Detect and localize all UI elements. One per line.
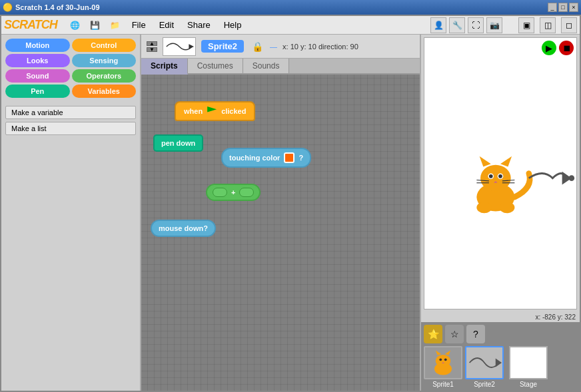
sprite-list-area: ⭐ ☆ ? bbox=[421, 322, 580, 391]
block-touching-color[interactable]: touching color ? bbox=[221, 148, 311, 168]
svg-marker-0 bbox=[189, 44, 194, 49]
maximize-button[interactable]: □ bbox=[558, 3, 568, 12]
block-operators-plus[interactable]: + bbox=[206, 184, 261, 201]
make-variable-button[interactable]: Make a variable bbox=[5, 106, 136, 119]
minimize-button[interactable]: _ bbox=[548, 3, 557, 12]
variables-area: Make a variable Make a list bbox=[1, 102, 140, 139]
camera-icon[interactable]: 📷 bbox=[486, 17, 502, 33]
menu-file[interactable]: File bbox=[128, 19, 150, 31]
menu-help[interactable]: Help bbox=[220, 19, 246, 31]
category-variables[interactable]: Variables bbox=[72, 85, 137, 98]
sprite-thumb-2[interactable] bbox=[465, 346, 504, 379]
sprite-header: ▲ ▼ Sprite2 🔒 — x: 10 y: 10 direction: 9… bbox=[141, 35, 420, 59]
sprite-list-controls: ⭐ ☆ ? bbox=[424, 325, 577, 343]
sprite-thumbnail bbox=[163, 37, 196, 56]
sprite-nav: ▲ ▼ bbox=[147, 41, 157, 52]
menu-share[interactable]: Share bbox=[183, 19, 215, 31]
block-categories: Motion Control Looks Sensing Sound Opera… bbox=[1, 35, 140, 102]
titlebar-controls[interactable]: _ □ × bbox=[548, 3, 578, 12]
menu-right-icons: 👤 🔧 ⛶ 📷 bbox=[430, 17, 502, 33]
titlebar: 🟡 Scratch 1.4 of 30-Jun-09 _ □ × bbox=[0, 0, 581, 15]
middle-panel: ▲ ▼ Sprite2 🔒 — x: 10 y: 10 direction: 9… bbox=[141, 35, 420, 391]
block-mouse-down[interactable]: mouse down? bbox=[151, 220, 216, 237]
sprite-item-1[interactable]: Sprite1 bbox=[424, 346, 462, 388]
app-icon: 🟡 bbox=[3, 3, 13, 12]
make-list-button[interactable]: Make a list bbox=[5, 122, 136, 135]
sprite-thumb-1[interactable] bbox=[424, 346, 462, 379]
svg-point-17 bbox=[569, 175, 575, 181]
category-control[interactable]: Control bbox=[72, 39, 137, 52]
plus-label: + bbox=[231, 188, 235, 196]
stage-item[interactable]: Stage bbox=[509, 346, 548, 388]
svg-marker-3 bbox=[480, 156, 491, 167]
save-icon[interactable]: 💾 bbox=[88, 18, 103, 33]
right-panel: ▶ ⏹ bbox=[420, 35, 580, 391]
category-motion[interactable]: Motion bbox=[5, 39, 70, 52]
tab-bar: Scripts Costumes Sounds bbox=[141, 59, 420, 75]
fullscreen-icon[interactable]: ⛶ bbox=[468, 17, 484, 33]
flag-icon bbox=[207, 106, 217, 116]
sprite-help[interactable]: ? bbox=[466, 325, 485, 343]
menubar: SCRATCH 🌐 💾 📁 File Edit Share Help 👤 🔧 ⛶… bbox=[1, 16, 580, 35]
svg-marker-25 bbox=[496, 358, 502, 367]
sprite-label-2: Sprite2 bbox=[474, 381, 495, 388]
tab-scripts[interactable]: Scripts bbox=[141, 59, 188, 75]
sprite-star-active[interactable]: ⭐ bbox=[424, 325, 442, 343]
block-when-clicked[interactable]: when clicked bbox=[175, 101, 255, 121]
touching-color-label: touching color bbox=[229, 154, 280, 162]
layout-icon3[interactable]: ◻ bbox=[561, 17, 577, 33]
svg-point-7 bbox=[489, 174, 493, 178]
sprite-coords: x: 10 y: 10 direction: 90 bbox=[283, 43, 358, 51]
category-looks[interactable]: Looks bbox=[5, 54, 70, 67]
sprite-star-inactive[interactable]: ☆ bbox=[445, 325, 464, 343]
left-panel: Motion Control Looks Sensing Sound Opera… bbox=[1, 35, 141, 391]
sprite-name[interactable]: Sprite2 bbox=[201, 40, 244, 53]
stage-thumb[interactable] bbox=[509, 346, 548, 379]
svg-marker-4 bbox=[500, 156, 512, 167]
stage-area: ▶ ⏹ bbox=[424, 37, 577, 309]
sprite-list: Sprite1 Sprite2 bbox=[424, 346, 577, 388]
tab-sounds[interactable]: Sounds bbox=[243, 59, 290, 73]
sprite-nav-down[interactable]: ▼ bbox=[147, 47, 157, 52]
titlebar-left: 🟡 Scratch 1.4 of 30-Jun-09 bbox=[3, 3, 100, 12]
when-label: when bbox=[184, 107, 203, 115]
pen-down-label: pen down bbox=[161, 139, 195, 147]
titlebar-title: Scratch 1.4 of 30-Jun-09 bbox=[15, 3, 100, 11]
svg-point-14 bbox=[476, 202, 492, 213]
svg-point-19 bbox=[436, 355, 450, 367]
svg-point-2 bbox=[480, 165, 511, 192]
stage-coords: x: -826 y: 322 bbox=[421, 312, 580, 322]
script-area[interactable]: when clicked pen down touching color ? bbox=[141, 75, 420, 391]
category-operators[interactable]: Operators bbox=[72, 69, 137, 83]
svg-point-15 bbox=[500, 202, 515, 213]
layout-icon2[interactable]: ◫ bbox=[540, 17, 556, 33]
category-pen[interactable]: Pen bbox=[5, 85, 70, 98]
main-window: SCRATCH 🌐 💾 📁 File Edit Share Help 👤 🔧 ⛶… bbox=[0, 15, 581, 392]
globe-icon[interactable]: 🌐 bbox=[68, 18, 83, 33]
svg-marker-21 bbox=[445, 350, 450, 355]
clicked-label: clicked bbox=[221, 107, 246, 115]
folder-icon[interactable]: 📁 bbox=[108, 18, 123, 33]
menu-edit[interactable]: Edit bbox=[155, 19, 178, 31]
wrench-icon[interactable]: 🔧 bbox=[449, 17, 465, 33]
lock-icon: 🔒 bbox=[252, 41, 263, 52]
category-sound[interactable]: Sound bbox=[5, 69, 70, 83]
color-swatch[interactable] bbox=[284, 152, 294, 163]
svg-point-8 bbox=[498, 174, 502, 178]
svg-point-22 bbox=[439, 358, 442, 361]
sprite-nav-up[interactable]: ▲ bbox=[147, 41, 157, 46]
tab-costumes[interactable]: Costumes bbox=[188, 59, 243, 73]
block-pen-down[interactable]: pen down bbox=[153, 134, 203, 152]
category-sensing[interactable]: Sensing bbox=[72, 54, 137, 67]
sprite-item-2[interactable]: Sprite2 bbox=[465, 346, 504, 388]
person-icon[interactable]: 👤 bbox=[430, 17, 446, 33]
oval-right bbox=[239, 188, 254, 197]
stage-label: Stage bbox=[520, 381, 537, 388]
oval-left bbox=[213, 188, 227, 197]
question-mark: ? bbox=[298, 154, 303, 162]
svg-marker-20 bbox=[436, 350, 441, 355]
layout-icon1[interactable]: ▣ bbox=[518, 17, 534, 33]
close-button[interactable]: × bbox=[569, 3, 578, 12]
scratch-logo: SCRATCH bbox=[4, 18, 57, 32]
sprite-label-1: Sprite1 bbox=[432, 381, 454, 388]
